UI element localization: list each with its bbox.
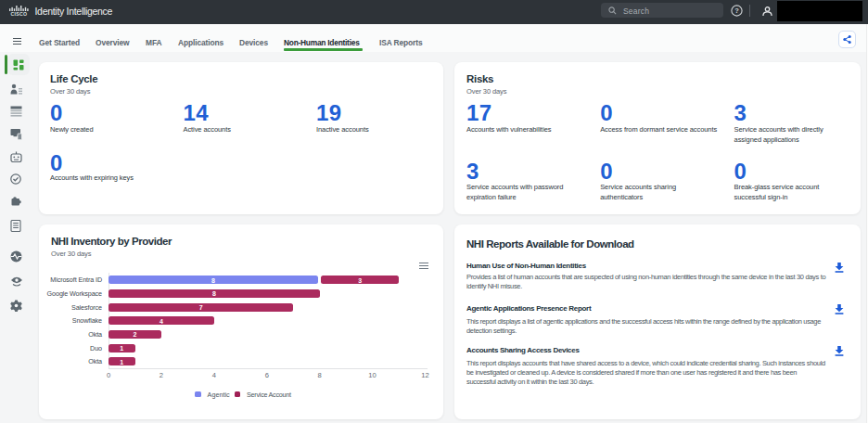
svg-text:CISCO: CISCO: [11, 11, 28, 17]
svg-text:?: ?: [734, 6, 739, 15]
